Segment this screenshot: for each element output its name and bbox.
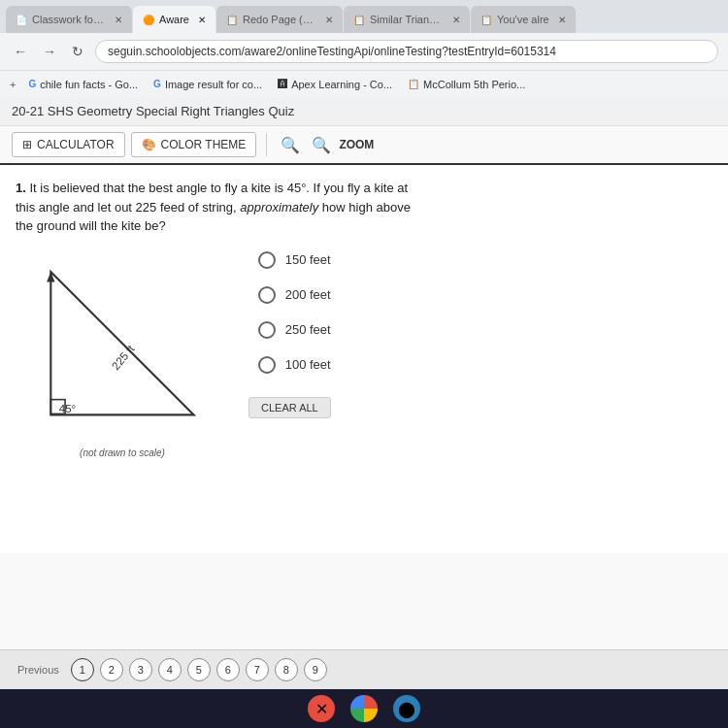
tab-aware-icon: 🟠 <box>143 15 154 25</box>
tab-youve-label: You've alre <box>497 14 549 25</box>
page-dot-5[interactable]: 5 <box>187 658 211 681</box>
bookmark-mccollum[interactable]: 📋 McCollum 5th Perio... <box>401 77 532 92</box>
page-dot-8[interactable]: 8 <box>275 658 298 681</box>
bookmark-image[interactable]: G Image result for co... <box>147 77 269 92</box>
answer-option-3[interactable]: 250 feet <box>258 321 331 339</box>
question-area: 1. It is believed that the best angle to… <box>0 165 728 553</box>
tab-similar-icon: 📋 <box>353 15 365 25</box>
bookmarks-bar: + G chile fun facts - Go... G Image resu… <box>0 70 728 97</box>
bookmark-image-icon: G <box>153 79 161 89</box>
color-theme-icon: 🎨 <box>142 138 156 151</box>
bookmark-image-label: Image result for co... <box>165 79 262 90</box>
not-to-scale-label: (not drawn to scale) <box>16 447 229 458</box>
clear-all-button[interactable]: CLEAR ALL <box>248 397 331 418</box>
angle-label: 45° <box>59 403 77 414</box>
calculator-button[interactable]: ⊞ CALCULATOR <box>12 132 125 157</box>
answer-option-2[interactable]: 200 feet <box>258 286 331 304</box>
tab-bar: 📄 Classwork for Mr. TL ✕ 🟠 Aware ✕ 📋 Red… <box>0 0 728 33</box>
page-dot-3[interactable]: 3 <box>129 658 152 681</box>
bookmark-mccollum-icon: 📋 <box>408 79 419 89</box>
bookmark-apex[interactable]: 🅰 Apex Learning - Co... <box>271 77 399 92</box>
bookmark-apex-label: Apex Learning - Co... <box>291 79 392 90</box>
color-theme-button[interactable]: 🎨 COLOR THEME <box>131 132 257 157</box>
answer-option-4[interactable]: 100 feet <box>258 356 331 374</box>
reload-button[interactable]: ↻ <box>68 42 87 61</box>
toolbar-divider <box>266 133 267 156</box>
tab-aware[interactable]: 🟠 Aware ✕ <box>133 6 215 33</box>
page-dot-4[interactable]: 4 <box>158 658 182 681</box>
tab-redo-icon: 📋 <box>226 15 238 25</box>
bookmark-mccollum-label: McCollum 5th Perio... <box>423 79 525 90</box>
answer-label-3: 250 feet <box>285 322 331 337</box>
tab-aware-label: Aware <box>159 14 189 25</box>
tab-youve-close[interactable]: ✕ <box>558 15 566 25</box>
zoom-out-button[interactable]: 🔍 <box>277 134 304 156</box>
tab-similar-close[interactable]: ✕ <box>452 15 460 25</box>
bookmark-chile-label: chile fun facts - Go... <box>40 79 138 90</box>
back-button[interactable]: ← <box>10 42 31 61</box>
address-input[interactable]: seguin.schoolobjects.com/aware2/onlineTe… <box>95 40 718 63</box>
answer-label-1: 150 feet <box>285 252 331 267</box>
radio-3[interactable] <box>258 321 276 339</box>
tab-redo-close[interactable]: ✕ <box>325 15 333 25</box>
address-bar-row: ← → ↻ seguin.schoolobjects.com/aware2/on… <box>0 33 728 70</box>
answers-column: 150 feet 200 feet 250 feet 100 feet <box>248 251 331 458</box>
answer-label-4: 100 feet <box>285 357 331 372</box>
color-theme-label: COLOR THEME <box>161 138 247 151</box>
bookmarks-icon: + <box>10 79 16 90</box>
page-dot-9[interactable]: 9 <box>304 658 327 681</box>
bottom-navigation: Previous 1 2 3 4 5 6 7 8 9 <box>0 649 728 689</box>
previous-button[interactable]: Previous <box>12 661 65 678</box>
zoom-label: ZOOM <box>339 138 374 151</box>
radio-2[interactable] <box>258 286 276 304</box>
radio-4[interactable] <box>258 356 276 374</box>
hypotenuse-label: 225 ft <box>110 342 137 371</box>
svg-marker-0 <box>50 272 193 414</box>
tab-classwork-label: Classwork for Mr. TL <box>32 14 106 25</box>
answer-label-2: 200 feet <box>285 287 331 302</box>
page-dot-1[interactable]: 1 <box>71 658 94 681</box>
calculator-icon: ⊞ <box>22 138 32 151</box>
page-dot-6[interactable]: 6 <box>216 658 240 681</box>
tab-aware-close[interactable]: ✕ <box>198 15 206 25</box>
taskbar-icon-red[interactable]: ✕ <box>308 695 335 722</box>
quiz-toolbar: ⊞ CALCULATOR 🎨 COLOR THEME 🔍 🔍 ZOOM <box>0 126 728 165</box>
question-text: 1. It is believed that the best angle to… <box>16 179 423 236</box>
taskbar-icon-blue[interactable]: ⬤ <box>393 695 420 722</box>
tab-classwork-close[interactable]: ✕ <box>115 15 122 25</box>
page-dot-2[interactable]: 2 <box>100 658 123 681</box>
page-title: 20-21 SHS Geometry Special Right Triangl… <box>0 97 728 126</box>
taskbar-icon-google[interactable] <box>350 695 378 722</box>
bookmark-chile[interactable]: G chile fun facts - Go... <box>21 77 145 92</box>
tab-similar[interactable]: 📋 Similar Triangles/CF... ✕ <box>344 6 470 33</box>
browser-chrome: 📄 Classwork for Mr. TL ✕ 🟠 Aware ✕ 📋 Red… <box>0 0 728 97</box>
zoom-in-button[interactable]: 🔍 <box>308 134 335 156</box>
tab-youve-icon: 📋 <box>480 15 492 25</box>
triangle-diagram: 225 ft 45° <box>16 251 229 446</box>
tab-redo-label: Redo Page (7th) - Go... <box>243 14 316 25</box>
page-dot-7[interactable]: 7 <box>246 658 269 681</box>
tab-similar-label: Similar Triangles/CF... <box>370 14 444 25</box>
question-body-text: It is believed that the best angle to fl… <box>16 181 411 233</box>
radio-1[interactable] <box>258 251 276 269</box>
question-body: 225 ft 45° (not drawn to scale) 150 feet <box>16 251 712 458</box>
answer-option-1[interactable]: 150 feet <box>258 251 331 269</box>
tab-redo[interactable]: 📋 Redo Page (7th) - Go... ✕ <box>216 6 343 33</box>
calculator-label: CALCULATOR <box>37 138 115 151</box>
triangle-svg: 225 ft 45° <box>16 251 229 446</box>
bookmark-chile-icon: G <box>28 79 36 89</box>
taskbar: ✕ ⬤ <box>0 689 728 728</box>
question-number: 1. <box>16 181 29 195</box>
tab-classwork-icon: 📄 <box>16 15 27 25</box>
tab-youve[interactable]: 📋 You've alre ✕ <box>471 6 576 33</box>
forward-button[interactable]: → <box>39 42 60 61</box>
diagram-container: 225 ft 45° (not drawn to scale) <box>16 251 229 458</box>
tab-classwork[interactable]: 📄 Classwork for Mr. TL ✕ <box>6 6 132 33</box>
content-area: 20-21 SHS Geometry Special Right Triangl… <box>0 97 728 691</box>
bookmark-apex-icon: 🅰 <box>278 79 287 89</box>
zoom-container: 🔍 🔍 ZOOM <box>277 134 374 156</box>
